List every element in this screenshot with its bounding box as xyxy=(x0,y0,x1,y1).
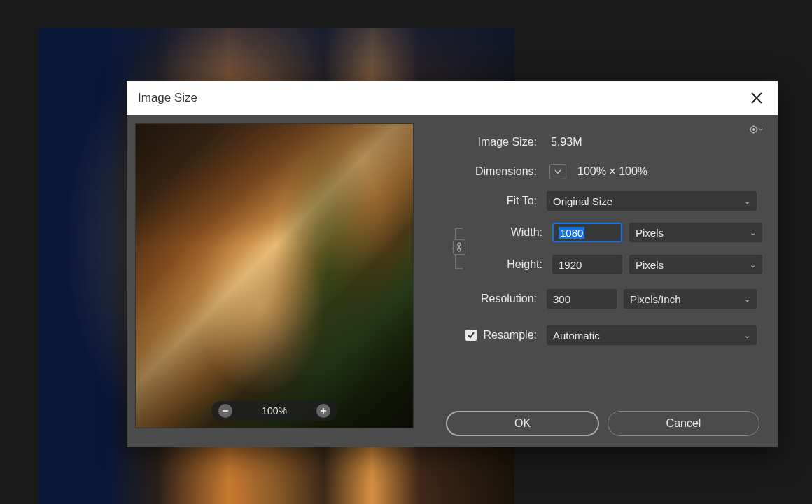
chevron-down-icon: ⌄ xyxy=(750,228,756,237)
fit-to-select[interactable]: Original Size ⌄ xyxy=(547,191,757,211)
dialog-buttons: OK Cancel xyxy=(428,405,762,439)
cancel-button[interactable]: Cancel xyxy=(608,411,760,436)
width-input[interactable]: 1080 xyxy=(552,223,622,242)
resample-checkbox[interactable] xyxy=(465,330,477,341)
width-height-group: Width: 1080 Pixels ⌄ Height: 1920 Pixels… xyxy=(428,220,762,277)
width-value: 1080 xyxy=(559,227,584,239)
resolution-unit-value: Pixels/Inch xyxy=(630,293,681,305)
check-icon xyxy=(467,331,475,340)
dialog-titlebar: Image Size xyxy=(127,81,778,115)
image-size-value: 5,93M xyxy=(547,136,582,148)
resolution-value: 300 xyxy=(553,293,570,305)
dimensions-value: 100% × 100% xyxy=(573,165,648,178)
ok-button[interactable]: OK xyxy=(446,411,599,436)
height-unit-value: Pixels xyxy=(636,259,664,271)
dialog-body: 100% Image Size: 5,93M Dimensions: 100% … xyxy=(127,115,778,447)
height-input[interactable]: 1920 xyxy=(552,255,622,274)
resolution-row: Resolution: 300 Pixels/Inch ⌄ xyxy=(428,284,762,314)
controls-panel: Image Size: 5,93M Dimensions: 100% × 100… xyxy=(428,123,769,439)
resolution-unit-select[interactable]: Pixels/Inch ⌄ xyxy=(624,289,757,309)
resample-value: Automatic xyxy=(553,330,600,342)
dimensions-row: Dimensions: 100% × 100% xyxy=(428,157,762,186)
image-size-row: Image Size: 5,93M xyxy=(428,127,762,157)
resample-select[interactable]: Automatic ⌄ xyxy=(547,326,757,345)
image-preview[interactable]: 100% xyxy=(135,123,414,428)
chevron-down-icon: ⌄ xyxy=(744,295,750,304)
zoom-level: 100% xyxy=(253,405,295,416)
image-size-dialog: Image Size 100% Image Size: 5,93M xyxy=(127,81,778,447)
zoom-controls: 100% xyxy=(211,401,337,421)
chevron-down-icon: ⌄ xyxy=(744,331,750,340)
fit-to-label: Fit To: xyxy=(428,195,540,207)
dialog-title: Image Size xyxy=(138,91,197,105)
zoom-in-button[interactable] xyxy=(316,404,330,418)
width-unit-value: Pixels xyxy=(636,227,664,239)
close-button[interactable] xyxy=(747,88,766,108)
chevron-down-icon: ⌄ xyxy=(744,197,750,206)
fit-to-row: Fit To: Original Size ⌄ xyxy=(428,186,762,216)
width-unit-select[interactable]: Pixels ⌄ xyxy=(629,223,762,242)
chevron-down-icon: ⌄ xyxy=(750,260,756,270)
height-unit-select[interactable]: Pixels ⌄ xyxy=(629,255,762,274)
resolution-input[interactable]: 300 xyxy=(547,289,617,309)
image-size-label: Image Size: xyxy=(428,136,540,148)
dimensions-unit-toggle[interactable] xyxy=(550,164,566,179)
gear-icon xyxy=(750,125,762,134)
resample-label: Resample: xyxy=(484,329,537,342)
resolution-label: Resolution: xyxy=(428,293,540,305)
height-label: Height: xyxy=(475,258,545,271)
width-label: Width: xyxy=(475,226,545,239)
height-value: 1920 xyxy=(559,259,582,271)
svg-point-1 xyxy=(752,128,755,130)
resample-row: Resample: Automatic ⌄ xyxy=(428,321,762,350)
fit-to-value: Original Size xyxy=(553,195,612,207)
plus-icon xyxy=(320,407,327,414)
settings-button[interactable] xyxy=(750,125,762,137)
zoom-out-button[interactable] xyxy=(218,404,232,418)
close-icon xyxy=(750,92,763,104)
dimensions-label: Dimensions: xyxy=(428,165,540,178)
link-icon xyxy=(456,242,463,252)
constrain-proportions-button[interactable] xyxy=(453,239,465,255)
minus-icon xyxy=(222,407,229,414)
chevron-down-icon xyxy=(554,169,561,174)
